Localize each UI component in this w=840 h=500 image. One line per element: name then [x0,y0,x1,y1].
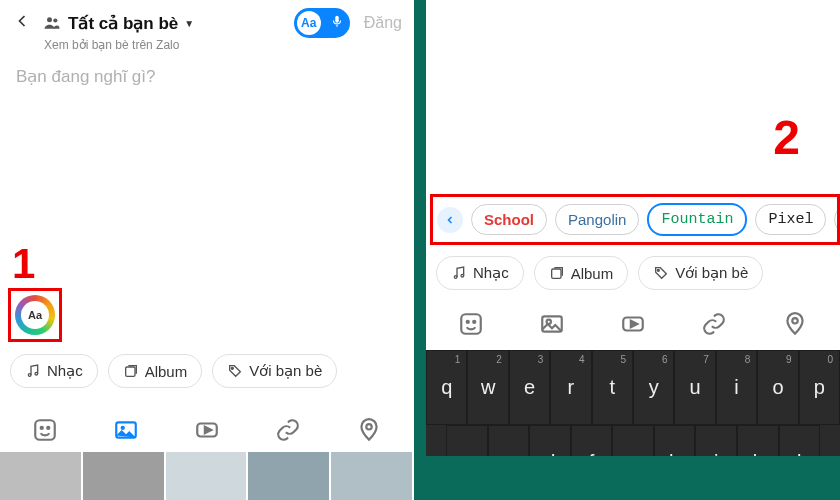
key-o[interactable]: o9 [757,350,798,425]
font-chip-school[interactable]: School [471,204,547,235]
svg-point-14 [367,424,372,429]
crop-edge [426,456,840,500]
attachment-chips: Nhạc Album Với bạn bè [436,256,763,290]
svg-point-18 [658,269,660,271]
annotation-marker-2: 2 [773,110,800,165]
key-r[interactable]: r4 [550,350,591,425]
with-friends-chip[interactable]: Với bạn bè [638,256,763,290]
font-row-back-button[interactable] [437,207,463,233]
annotation-highlight-2: School Pangolin Fountain Pixel Vintage [430,194,840,245]
post-button[interactable]: Đăng [364,14,402,32]
key-y[interactable]: y6 [633,350,674,425]
svg-rect-17 [551,269,560,278]
key-e[interactable]: e3 [509,350,550,425]
font-picker-screen: 2 School Pangolin Fountain Pixel Vintage… [426,0,840,500]
location-button[interactable] [779,308,811,340]
music-chip[interactable]: Nhạc [10,354,98,388]
svg-point-11 [120,426,124,430]
composer-placeholder[interactable]: Bạn đang nghĩ gì? [0,52,414,101]
video-button[interactable] [191,414,223,446]
thumbnail[interactable] [166,452,249,500]
sticker-button[interactable] [29,414,61,446]
svg-point-26 [793,318,798,323]
svg-point-4 [35,372,38,375]
link-button[interactable] [698,308,730,340]
header: Tất cả bạn bè ▼ Aa Đăng [0,0,414,40]
svg-rect-7 [35,420,55,440]
svg-marker-13 [205,427,212,434]
music-icon [451,265,467,281]
keyboard[interactable]: q1w2e3r4t5y6u7i8o9p0 asdfghjkl [426,350,840,500]
attachment-chips: Nhạc Album Với bạn bè [10,354,337,388]
music-icon [25,363,41,379]
tag-icon [227,363,243,379]
photo-thumbnails [0,452,414,500]
svg-marker-25 [631,321,638,328]
album-chip[interactable]: Album [108,354,203,388]
svg-point-16 [461,274,464,277]
friends-icon [42,13,62,33]
key-q[interactable]: q1 [426,350,467,425]
text-style-toggle[interactable]: Aa [294,8,350,38]
svg-point-8 [40,427,42,429]
tag-icon [653,265,669,281]
svg-rect-19 [461,314,481,334]
with-friends-chip[interactable]: Với bạn bè [212,354,337,388]
svg-rect-5 [125,367,134,376]
font-chip-vintage[interactable]: Vintage [834,204,840,235]
bottom-toolbar [426,300,840,348]
photo-button[interactable] [110,414,142,446]
aa-badge-label: Aa [21,301,49,329]
photo-button[interactable] [536,308,568,340]
album-icon [549,265,565,281]
album-icon [123,363,139,379]
svg-point-0 [47,17,52,22]
with-friends-label: Với bạn bè [675,264,748,282]
annotation-marker-1: 1 [12,240,35,288]
text-style-button[interactable]: Aa [15,295,55,335]
location-button[interactable] [353,414,385,446]
key-i[interactable]: i8 [716,350,757,425]
svg-point-6 [232,367,234,369]
thumbnail[interactable] [248,452,331,500]
with-friends-label: Với bạn bè [249,362,322,380]
keyboard-row-1: q1w2e3r4t5y6u7i8o9p0 [426,350,840,425]
audience-selector[interactable]: Tất cả bạn bè ▼ [42,13,194,34]
key-w[interactable]: w2 [467,350,508,425]
album-chip[interactable]: Album [534,256,629,290]
font-chip-fountain[interactable]: Fountain [647,203,747,236]
album-label: Album [145,363,188,380]
svg-point-20 [466,321,468,323]
svg-point-3 [28,374,31,377]
bottom-toolbar [0,406,414,454]
thumbnail[interactable] [0,452,83,500]
key-u[interactable]: u7 [674,350,715,425]
svg-point-21 [473,321,475,323]
key-p[interactable]: p0 [799,350,840,425]
font-chip-pixel[interactable]: Pixel [755,204,826,235]
font-chip-pangolin[interactable]: Pangolin [555,204,639,235]
back-button[interactable] [12,11,32,35]
svg-rect-2 [335,16,339,23]
svg-point-1 [53,18,57,22]
svg-point-15 [454,276,457,279]
toggle-aa-label: Aa [297,11,321,35]
thumbnail[interactable] [331,452,414,500]
music-label: Nhạc [473,264,509,282]
audience-title: Tất cả bạn bè [68,13,178,34]
music-label: Nhạc [47,362,83,380]
annotation-highlight-1: Aa [8,288,62,342]
thumbnail[interactable] [83,452,166,500]
key-t[interactable]: t5 [592,350,633,425]
sticker-button[interactable] [455,308,487,340]
album-label: Album [571,265,614,282]
svg-point-9 [47,427,49,429]
audience-subtitle: Xem bởi bạn bè trên Zalo [0,38,414,52]
music-chip[interactable]: Nhạc [436,256,524,290]
mic-icon [330,14,344,32]
video-button[interactable] [617,308,649,340]
caret-down-icon: ▼ [184,18,194,29]
compose-screen: Tất cả bạn bè ▼ Aa Đăng Xem bởi bạn bè t… [0,0,414,500]
link-button[interactable] [272,414,304,446]
